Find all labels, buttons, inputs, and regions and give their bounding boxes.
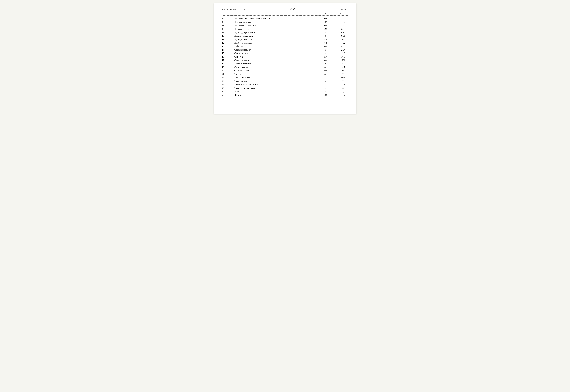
page-header: т. п. 262-12-151 ( ЗШ ) чй - 292 - 14396… xyxy=(222,8,348,11)
cell-quantity: 0,13 xyxy=(332,31,348,34)
table-row: 55То же, винипластовыеМ1990 xyxy=(222,86,348,90)
cell-quantity: 5,7 xyxy=(332,66,348,69)
cell-unit: КГ xyxy=(318,56,332,58)
cell-number: 49 xyxy=(222,66,233,69)
cell-quantity: 10,3 xyxy=(332,56,348,58)
cell-unit: М2 xyxy=(318,73,332,75)
data-table: 35Плиты облицовочные типа "Кабанчик"М233… xyxy=(222,17,348,97)
cell-name: Т о л ь xyxy=(233,73,318,75)
cell-quantity: 1,2 xyxy=(332,90,348,93)
cell-number: 51 xyxy=(222,73,233,75)
cell-number: 43 xyxy=(222,45,233,48)
cell-number: 50 xyxy=(222,70,233,72)
cell-name: Плиты облицовочные типа "Кабанчик" xyxy=(233,17,318,20)
cell-number: 57 xyxy=(222,94,233,96)
cell-quantity: 877 xyxy=(332,70,348,72)
cell-quantity: 3 xyxy=(332,17,348,20)
cell-name: Плиты столярные xyxy=(233,21,318,23)
cell-name: Проволока стальная xyxy=(233,35,318,37)
cell-name: Сталь кровельная xyxy=(233,49,318,51)
cell-quantity: 1990 xyxy=(332,87,348,89)
cell-unit: М2 xyxy=(318,66,332,69)
cell-name: С м о л а xyxy=(233,56,318,58)
cell-unit: М2 xyxy=(318,70,332,72)
cell-unit: Т xyxy=(318,31,332,34)
table-row: 57ЩебеньМ377 xyxy=(222,93,348,97)
cell-quantity: 9680 xyxy=(332,45,348,48)
table-row: 48То же, витринное"302 xyxy=(222,62,348,66)
cell-name: Плиты минераловатные xyxy=(233,24,318,27)
cell-unit: М2 xyxy=(318,59,332,62)
cell-name: Прокладки резиновые xyxy=(233,31,318,34)
table-row: 56ЦементТ1,2 xyxy=(222,90,348,93)
cell-name: То же, чугунные xyxy=(233,80,318,83)
cell-unit: М xyxy=(318,76,332,79)
cell-unit: М xyxy=(318,80,332,83)
header-right: 14396-13 xyxy=(340,8,348,11)
cell-number: 39 xyxy=(222,31,233,34)
table-row: 44Сталь кровельнаяТ2,04 xyxy=(222,48,348,52)
cell-quantity: 32 xyxy=(332,21,348,23)
cell-unit: М2 xyxy=(318,17,332,20)
cell-unit: Т xyxy=(318,52,332,55)
table-row: 39Прокладки резиновыеТ0,13 xyxy=(222,31,348,34)
cell-unit: Т xyxy=(318,49,332,51)
table-row: 46С м о л аКГ10,3 xyxy=(222,55,348,59)
header-center: - 292 - xyxy=(290,8,296,11)
cell-number: 52 xyxy=(222,76,233,79)
table-row: 52Трубы стальныеМ6145 xyxy=(222,76,348,80)
cell-quantity: 230 xyxy=(332,80,348,83)
cell-name: Провода разные xyxy=(233,28,318,30)
cell-quantity: 291 xyxy=(332,59,348,62)
table-row: 54То же, асбестоцементныеМ3 xyxy=(222,83,348,86)
cell-quantity: 80 xyxy=(332,24,348,27)
cell-number: 38 xyxy=(222,28,233,30)
col-header-2: 2 xyxy=(233,12,318,15)
cell-name: Рубероид xyxy=(233,45,318,48)
table-row: 40Проволока стальнаяТ0,01 xyxy=(222,34,348,38)
cell-unit: М3 xyxy=(318,94,332,96)
cell-quantity: 0,01 xyxy=(332,35,348,37)
cell-number: 47 xyxy=(222,59,233,62)
table-row: 35Плиты облицовочные типа "Кабанчик"М23 xyxy=(222,17,348,20)
cell-number: 40 xyxy=(222,35,233,37)
cell-number: 54 xyxy=(222,84,233,86)
cell-name: То же, асбестоцементные xyxy=(233,84,318,86)
table-row: 42Приборы оконныеК-Т92 xyxy=(222,41,348,45)
cell-quantity: 3,6 xyxy=(332,52,348,55)
cell-unit: КМ xyxy=(318,28,332,30)
table-row: 51Т о л ьМ2528 xyxy=(222,72,348,76)
column-headers: 1 2 3 4 xyxy=(222,12,348,16)
col-header-3: 3 xyxy=(318,12,332,15)
cell-name: Сталь круглая xyxy=(233,52,318,55)
header-left: т. п. 262-12-151 ( ЗШ ) чй xyxy=(222,8,246,11)
cell-name: Трубы стальные xyxy=(233,76,318,79)
cell-name: Приборы оконные xyxy=(233,42,318,44)
cell-name: Стекло оконное xyxy=(233,59,318,62)
cell-number: 46 xyxy=(222,56,233,58)
cell-number: 53 xyxy=(222,80,233,83)
cell-number: 41 xyxy=(222,38,233,41)
cell-name: Щебень xyxy=(233,94,318,96)
cell-unit: К-Т xyxy=(318,42,332,44)
cell-name: То же, витринное xyxy=(233,63,318,65)
table-row: 49СтеклопакетыМ25,7 xyxy=(222,66,348,69)
cell-quantity: 528 xyxy=(332,73,348,75)
cell-number: 37 xyxy=(222,24,233,27)
cell-name: Приборы дверные xyxy=(233,38,318,41)
cell-quantity: 302 xyxy=(332,63,348,65)
cell-name: Стеклопакеты xyxy=(233,66,318,69)
cell-name: То же, винипластовые xyxy=(233,87,318,89)
col-header-1: 1 xyxy=(222,12,233,15)
cell-unit: М2 xyxy=(318,45,332,48)
table-row: 53То же, чугунныеМ230 xyxy=(222,80,348,83)
cell-number: 35 xyxy=(222,17,233,20)
cell-quantity: 92 xyxy=(332,42,348,44)
cell-unit: М3 xyxy=(318,24,332,27)
cell-quantity: 77 xyxy=(332,94,348,96)
table-row: 47Стекло оконноеМ2291 xyxy=(222,59,348,62)
cell-quantity: 3 xyxy=(332,84,348,86)
cell-number: 48 xyxy=(222,63,233,65)
cell-quantity: 2,04 xyxy=(332,49,348,51)
table-row: 36Плиты столярныеМ232 xyxy=(222,20,348,24)
